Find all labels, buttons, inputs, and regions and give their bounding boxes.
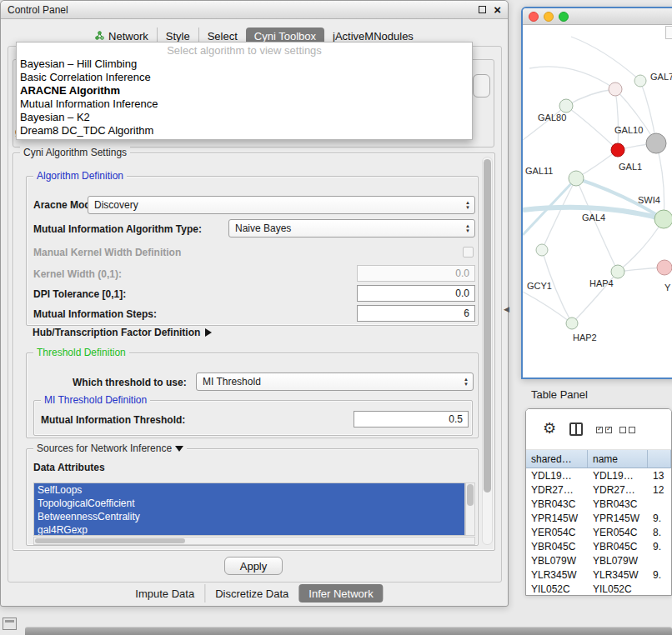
algorithm-option-mutual-information-inference[interactable]: Mutual Information Inference — [17, 98, 472, 111]
mi-steps-input[interactable]: 6 — [357, 305, 475, 322]
tab-label: Network — [108, 30, 148, 42]
table-row[interactable]: YBR043CYBR043C — [526, 497, 671, 511]
kernel-width-input: 0.0 — [357, 265, 475, 282]
algorithm-option-bayesian-k2[interactable]: Bayesian – K2 — [17, 111, 472, 124]
attribute-item-betweennesscentrality[interactable]: BetweennessCentrality — [34, 510, 464, 523]
algorithm-option-aracne-algorithm[interactable]: ARACNE Algorithm — [17, 84, 472, 98]
algorithm-option-dream8-dc-tdc-algorithm[interactable]: Dream8 DC_TDC Algorithm — [17, 124, 472, 138]
table-cell: 13 — [648, 470, 671, 482]
algorithm-definition-group: Algorithm Definition Aracne Mode: Discov… — [26, 176, 479, 326]
network-window-titlebar[interactable] — [523, 8, 672, 25]
node-label-gal11: GAL11 — [525, 166, 553, 176]
list-hscrollbar[interactable] — [33, 537, 475, 545]
table-row[interactable]: YBR045CYBR045C9. — [526, 539, 671, 553]
float-window-icon[interactable] — [479, 6, 486, 13]
column-header-shared[interactable]: shared… — [526, 450, 588, 468]
table-row[interactable]: YBL079WYBL079W — [526, 553, 671, 568]
network-canvas[interactable]: GAL7GAL80GAL10GAL11GAL1SWI4GAL4GCY1HAP4Y… — [523, 25, 672, 379]
docked-panel-icon[interactable] — [3, 618, 17, 630]
attribute-item-topologicalcoefficient[interactable]: TopologicalCoefficient — [34, 497, 464, 510]
network-node[interactable] — [559, 99, 573, 112]
zoom-traffic-icon[interactable] — [559, 12, 569, 22]
table-cell: YER054C — [526, 527, 588, 538]
node-label-hap2: HAP2 — [573, 332, 597, 342]
network-node[interactable] — [654, 210, 672, 228]
column-header-name[interactable]: name — [588, 450, 648, 468]
network-node[interactable] — [657, 260, 672, 275]
columns-icon[interactable] — [569, 422, 583, 436]
network-node[interactable] — [566, 318, 578, 329]
control-panel-titlebar[interactable]: Control Panel — [1, 1, 508, 19]
tab-impute-data[interactable]: Impute Data — [125, 584, 204, 602]
table-row[interactable]: YDL19…YDL19…13 — [526, 468, 671, 482]
obscured-spinner-fragment[interactable] — [473, 74, 490, 98]
network-node[interactable] — [611, 265, 624, 278]
network-edge — [566, 106, 618, 150]
threshold-type-value: MI Threshold — [203, 376, 261, 388]
node-label-y: Y — [664, 282, 671, 292]
control-panel-window: Control Panel NetworkStyleSelectCyni Too… — [0, 0, 509, 607]
network-node[interactable] — [609, 82, 622, 96]
close-icon[interactable] — [494, 2, 501, 17]
mi-threshold-value: 0.5 — [449, 413, 463, 425]
aracne-mode-select[interactable]: Discovery — [88, 196, 475, 214]
column-header-2[interactable] — [648, 450, 671, 468]
mi-type-select[interactable]: Naive Bayes — [228, 219, 475, 238]
mi-threshold-group-title: MI Threshold Definition — [41, 394, 150, 406]
close-traffic-icon[interactable] — [529, 12, 539, 22]
table-row[interactable]: YLR345WYLR345W9. — [526, 568, 671, 582]
dpi-tolerance-input[interactable]: 0.0 — [357, 285, 475, 302]
network-node[interactable] — [646, 133, 666, 153]
table-cell: YPR145W — [588, 512, 648, 524]
node-label-swi4: SWI4 — [638, 195, 660, 205]
network-edge — [618, 219, 664, 272]
algorithm-option-bayesian-hill-climbing[interactable]: Bayesian – Hill Climbing — [17, 58, 472, 71]
manual-kernel-checkbox[interactable] — [463, 247, 474, 258]
cyni-algorithm-settings-group: Cyni Algorithm Settings Algorithm Defini… — [13, 152, 495, 551]
algorithm-option-basic-correlation-inference[interactable]: Basic Correlation Inference — [17, 71, 472, 84]
mi-threshold-group: MI Threshold Definition Mutual Informati… — [33, 400, 473, 436]
sources-group-title[interactable]: Sources for Network Inference — [33, 442, 187, 454]
table-row[interactable]: YDR27…YDR27…12 — [526, 482, 671, 497]
minimize-traffic-icon[interactable] — [544, 12, 554, 22]
hub-definition-toggle[interactable]: Hub/Transcription Factor Definition — [33, 327, 212, 338]
node-label-gal1: GAL1 — [619, 162, 642, 172]
network-node[interactable] — [536, 244, 548, 256]
gear-icon[interactable] — [543, 419, 556, 438]
threshold-type-select[interactable]: MI Threshold — [196, 372, 474, 391]
table-panel-title: Table Panel — [531, 388, 588, 401]
panel-splitter-arrow[interactable] — [504, 305, 509, 313]
network-node[interactable] — [569, 171, 584, 186]
select-columns-icon[interactable] — [596, 427, 612, 433]
scrollbar-thumb[interactable] — [35, 538, 185, 543]
apply-button[interactable]: Apply — [224, 557, 283, 575]
network-edge — [523, 292, 572, 323]
dropdown-placeholder: Select algorithm to view settings — [17, 44, 472, 58]
expand-right-icon — [205, 328, 212, 337]
clear-columns-icon[interactable] — [619, 427, 635, 433]
network-scrollbar-fragment[interactable] — [665, 26, 672, 39]
network-node[interactable] — [611, 143, 624, 157]
attribute-item-gal4rgexp[interactable]: gal4RGexp — [34, 523, 464, 536]
network-node[interactable] — [634, 75, 646, 87]
table-cell: YBR045C — [526, 541, 588, 552]
algorithm-dropdown-list: Bayesian – Hill ClimbingBasic Correlatio… — [17, 58, 472, 138]
table-row[interactable]: YIL052CYIL052C — [526, 582, 671, 596]
combo-arrows-icon — [465, 223, 470, 233]
tab-discretize-data[interactable]: Discretize Data — [204, 584, 298, 602]
data-attributes-list[interactable]: SelfLoopsTopologicalCoefficientBetweenne… — [33, 482, 465, 536]
attribute-item-selfloops[interactable]: SelfLoops — [34, 483, 464, 497]
settings-scrollbar[interactable] — [482, 157, 493, 545]
tab-infer-network[interactable]: Infer Network — [298, 584, 383, 602]
table-row[interactable]: YPR145WYPR145W9. — [526, 511, 671, 525]
manual-kernel-label: Manual Kernel Width Definition — [33, 244, 181, 261]
aracne-mode-value: Discovery — [94, 199, 138, 211]
scrollbar-thumb[interactable] — [467, 484, 474, 506]
tab-label: jActiveMNodules — [333, 30, 414, 42]
mi-threshold-input[interactable]: 0.5 — [354, 411, 469, 428]
table-cell: 12 — [648, 484, 671, 496]
scrollbar-thumb[interactable] — [484, 159, 491, 492]
table-row[interactable]: YER054CYER054C8. — [526, 525, 671, 539]
combo-arrows-icon — [464, 377, 469, 387]
list-vscrollbar[interactable] — [465, 482, 475, 536]
